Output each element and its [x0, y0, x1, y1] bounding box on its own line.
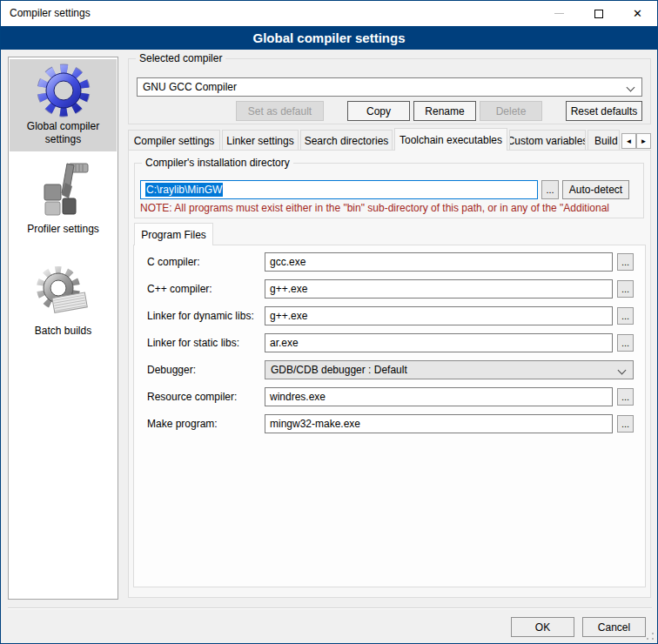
copy-label: Copy — [366, 105, 391, 117]
linker-static-browse-button[interactable]: ... — [617, 334, 634, 352]
c-compiler-browse-button[interactable]: ... — [617, 253, 634, 271]
tab-linker-settings[interactable]: Linker settings — [222, 130, 299, 151]
resize-grip[interactable] — [647, 633, 654, 640]
tab-compiler-settings[interactable]: Compiler settings — [128, 130, 220, 151]
cancel-label: Cancel — [598, 621, 630, 634]
make-program-value: mingw32-make.exe — [270, 418, 360, 430]
c-compiler-value: gcc.exe — [270, 256, 306, 268]
field-label-linker-dynamic: Linker for dynamic libs: — [147, 310, 262, 322]
sidebar-item-profiler-settings[interactable]: Profiler settings — [10, 160, 117, 236]
tab-scroll-right-button[interactable]: ► — [636, 133, 651, 149]
arrow-right-icon: ► — [641, 138, 648, 145]
sidebar-item-label: Batch builds — [10, 323, 117, 338]
debugger-dropdown[interactable]: GDB/CDB debugger : Default — [265, 360, 634, 379]
linker-dynamic-browse-button[interactable]: ... — [617, 307, 634, 325]
make-program-input[interactable]: mingw32-make.exe — [265, 414, 613, 433]
tab-label: Toolchain executables — [400, 134, 502, 146]
subtab-label: Program Files — [141, 229, 206, 241]
tab-label: Search directories — [305, 135, 389, 147]
resource-compiler-browse-button[interactable]: ... — [617, 388, 634, 406]
resource-compiler-value: windres.exe — [270, 391, 326, 403]
debugger-value: GDB/CDB debugger : Default — [271, 364, 407, 376]
sidebar-item-batch-builds[interactable]: Batch builds — [10, 262, 117, 338]
make-program-browse-button[interactable]: ... — [617, 415, 634, 433]
cancel-button[interactable]: Cancel — [582, 617, 646, 637]
field-label-resource-compiler: Resource compiler: — [147, 391, 262, 403]
chevron-down-icon — [627, 84, 635, 92]
banner-title: Global compiler settings — [252, 30, 405, 45]
field-label-make-program: Make program: — [147, 418, 262, 430]
blue-gear-icon — [36, 63, 91, 118]
field-label-linker-static: Linker for static libs: — [147, 337, 262, 349]
linker-static-input[interactable]: ar.exe — [265, 333, 613, 352]
maximize-button[interactable] — [579, 1, 618, 26]
subtab-program-files[interactable]: Program Files — [134, 223, 213, 245]
caliper-measure-icon — [36, 160, 91, 221]
reset-defaults-button[interactable]: Reset defaults — [566, 101, 642, 121]
installation-directory-browse-button[interactable]: ... — [541, 180, 559, 199]
field-label-debugger: Debugger: — [147, 364, 262, 376]
delete-button[interactable]: Delete — [480, 101, 542, 121]
minimize-button[interactable] — [540, 1, 579, 26]
auto-detect-label: Auto-detect — [569, 184, 622, 196]
field-label-cpp-compiler: C++ compiler: — [147, 283, 262, 295]
rename-button[interactable]: Rename — [413, 101, 476, 121]
chevron-down-icon — [618, 366, 627, 375]
installation-directory-note: NOTE: All programs must exist either in … — [140, 202, 643, 214]
tab-label: Linker settings — [226, 135, 293, 147]
tab-search-directories[interactable]: Search directories — [300, 130, 393, 151]
delete-label: Delete — [496, 105, 527, 117]
tab-label: Custom variables — [509, 135, 586, 147]
maximize-icon — [594, 10, 603, 18]
settings-category-list: Global compiler settings Profiler settin… — [8, 57, 118, 600]
selected-compiler-group-label: Selected compiler — [136, 52, 225, 64]
linker-dynamic-value: g++.exe — [270, 310, 307, 322]
selected-compiler-value: GNU GCC Compiler — [143, 81, 237, 93]
minimize-icon — [554, 13, 564, 14]
footer-separator — [8, 607, 652, 609]
auto-detect-button[interactable]: Auto-detect — [562, 180, 629, 199]
tab-custom-variables[interactable]: Custom variables — [509, 130, 586, 151]
installation-directory-value: C:\raylib\MinGW — [145, 183, 223, 197]
window-title: Compiler settings — [10, 7, 91, 19]
cpp-compiler-browse-button[interactable]: ... — [617, 280, 634, 298]
c-compiler-input[interactable]: gcc.exe — [265, 252, 613, 272]
tab-label: Build options — [594, 135, 620, 147]
rename-label: Rename — [425, 105, 464, 117]
sidebar-item-label: Global compiler settings — [10, 118, 117, 146]
copy-button[interactable]: Copy — [347, 101, 410, 121]
selected-compiler-dropdown[interactable]: GNU GCC Compiler — [137, 77, 642, 97]
ok-button[interactable]: OK — [511, 617, 574, 637]
installation-directory-group-label: Compiler's installation directory — [142, 157, 293, 169]
dialog-banner: Global compiler settings — [1, 26, 657, 50]
linker-static-value: ar.exe — [270, 337, 299, 349]
sidebar-item-label: Profiler settings — [10, 221, 117, 236]
resource-compiler-input[interactable]: windres.exe — [265, 387, 613, 406]
arrow-left-icon: ◄ — [626, 138, 633, 145]
close-icon: ✕ — [633, 8, 642, 19]
sidebar-item-global-compiler-settings[interactable]: Global compiler settings — [10, 59, 117, 151]
set-as-default-button[interactable]: Set as default — [236, 101, 324, 121]
installation-directory-input[interactable]: C:\raylib\MinGW — [140, 180, 538, 199]
tab-label: Compiler settings — [134, 135, 215, 147]
ok-label: OK — [535, 621, 550, 634]
compiler-settings-dialog: Compiler settings ✕ Global compiler sett… — [0, 0, 658, 644]
linker-dynamic-input[interactable]: g++.exe — [265, 306, 613, 325]
gray-gear-papers-icon — [36, 262, 91, 323]
tab-scroll-left-button[interactable]: ◄ — [621, 133, 636, 149]
tab-toolchain-executables[interactable]: Toolchain executables — [394, 128, 507, 151]
set-as-default-label: Set as default — [248, 105, 312, 117]
reset-defaults-label: Reset defaults — [571, 105, 638, 117]
window-controls: ✕ — [540, 1, 657, 26]
tab-build-options[interactable]: Build options — [588, 130, 620, 151]
title-bar[interactable]: Compiler settings ✕ — [1, 1, 657, 26]
cpp-compiler-value: g++.exe — [270, 283, 307, 295]
field-label-c-compiler: C compiler: — [147, 256, 262, 268]
cpp-compiler-input[interactable]: g++.exe — [265, 279, 613, 299]
close-button[interactable]: ✕ — [618, 1, 657, 26]
